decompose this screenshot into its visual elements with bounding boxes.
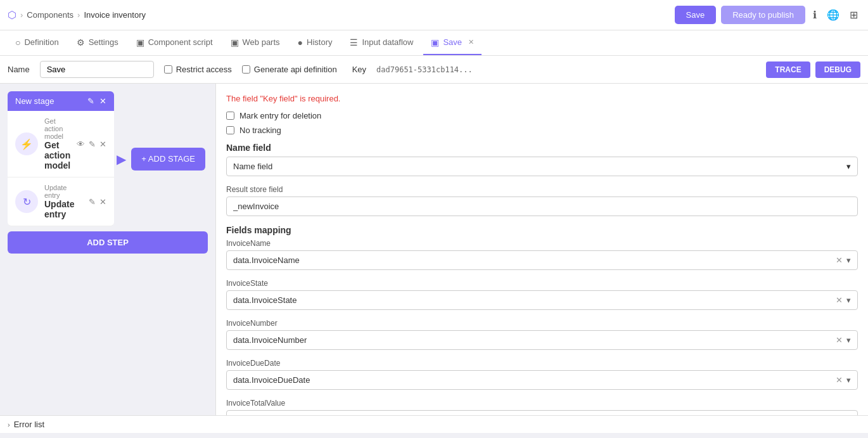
- fields-mapping-label: Fields mapping: [226, 225, 858, 235]
- tab-input-dataflow-label: Input dataflow: [362, 37, 413, 47]
- mapping-group-invoice-total-value: InvoiceTotalValue data.InvoiceTotalValue…: [226, 399, 858, 415]
- mapping-field-invoice-total-value[interactable]: data.InvoiceTotalValue ✕ ▾: [226, 410, 858, 415]
- step-actions-update-entry: ✎ ✕: [89, 197, 106, 207]
- tab-settings[interactable]: ⚙ Settings: [69, 30, 126, 55]
- stage-header-actions: ✎ ✕: [87, 96, 106, 106]
- tab-history[interactable]: ● History: [290, 30, 340, 55]
- publish-button[interactable]: Ready to publish: [721, 6, 805, 24]
- step-delete-button-0[interactable]: ✕: [99, 139, 106, 149]
- mapping-clear-invoice-name[interactable]: ✕: [836, 255, 843, 265]
- no-tracking-checkbox[interactable]: [226, 126, 234, 134]
- breadcrumb: ⬡ › Components › Invoice inventory: [8, 9, 146, 21]
- tab-history-label: History: [307, 37, 332, 47]
- stage-header: New stage ✎ ✕: [8, 91, 114, 111]
- tab-definition[interactable]: ○ Definition: [8, 30, 67, 55]
- input-dataflow-icon: ☰: [350, 37, 358, 48]
- mark-deletion-row: Mark entry for deletion: [226, 111, 858, 120]
- stage-close-button[interactable]: ✕: [99, 96, 106, 106]
- key-label: Key: [352, 65, 366, 74]
- main-content: New stage ✎ ✕ ⚡ Get action model Get act…: [0, 84, 868, 415]
- mapping-expand-invoice-state[interactable]: ▾: [846, 295, 851, 305]
- settings-icon: ⚙: [77, 37, 85, 48]
- step-edit-button-1[interactable]: ✎: [89, 197, 96, 207]
- result-store-label: Result store field: [226, 185, 858, 194]
- result-store-input[interactable]: [226, 196, 858, 216]
- mapping-group-invoice-name: InvoiceName data.InvoiceName ✕ ▾: [226, 239, 858, 270]
- tab-component-script[interactable]: ▣ Component script: [129, 30, 220, 55]
- step-edit-button-0[interactable]: ✎: [89, 139, 96, 149]
- arrow-right-icon: ▶: [117, 151, 126, 167]
- generate-api-label: Generate api definition: [254, 65, 337, 74]
- step-subtitle-get-action: Get action model: [44, 117, 70, 140]
- breadcrumb-components[interactable]: Components: [27, 10, 73, 20]
- error-list-chevron: ›: [8, 421, 10, 428]
- name-field-select[interactable]: Name field ▾: [226, 157, 858, 176]
- error-list-label: Error list: [14, 420, 44, 429]
- mapping-field-invoice-name[interactable]: data.InvoiceName ✕ ▾: [226, 250, 858, 270]
- debug-button[interactable]: DEBUG: [815, 61, 860, 78]
- save-button[interactable]: Save: [675, 6, 717, 24]
- stage-container: New stage ✎ ✕ ⚡ Get action model Get act…: [8, 91, 208, 254]
- breadcrumb-separator: ›: [20, 10, 23, 20]
- add-stage-button[interactable]: + ADD STAGE: [131, 148, 205, 171]
- mapping-actions-invoice-state: ✕ ▾: [836, 295, 851, 305]
- restrict-access-checkbox[interactable]: [164, 65, 172, 74]
- mapping-field-invoice-state[interactable]: data.InvoiceState ✕ ▾: [226, 290, 858, 310]
- mapping-clear-invoice-state[interactable]: ✕: [836, 295, 843, 305]
- mapping-label-invoice-name: InvoiceName: [226, 239, 858, 248]
- step-delete-button-1[interactable]: ✕: [99, 197, 106, 207]
- top-bar: ⬡ › Components › Invoice inventory Save …: [0, 0, 868, 30]
- tab-save-close[interactable]: ✕: [468, 38, 474, 46]
- tab-web-parts[interactable]: ▣ Web parts: [223, 30, 288, 55]
- no-tracking-label: No tracking: [239, 126, 281, 135]
- right-panel: The field "Key field" is required. Mark …: [215, 84, 868, 415]
- tab-web-parts-label: Web parts: [243, 37, 280, 47]
- definition-icon: ○: [15, 37, 20, 48]
- step-title-update-entry: Update entry: [44, 199, 82, 219]
- mark-deletion-checkbox[interactable]: [226, 112, 234, 120]
- step-info-update-entry: Update entry Update entry: [44, 184, 82, 219]
- step-actions-get-action: 👁 ✎ ✕: [77, 139, 106, 149]
- mapping-group-invoice-due-date: InvoiceDueDate data.InvoiceDueDate ✕ ▾: [226, 359, 858, 390]
- step-update-entry: ↻ Update entry Update entry ✎ ✕: [8, 177, 114, 226]
- home-icon[interactable]: ⬡: [8, 9, 16, 21]
- tab-component-script-label: Component script: [148, 37, 213, 47]
- name-input[interactable]: [40, 61, 154, 78]
- add-step-button[interactable]: ADD STEP: [8, 231, 208, 254]
- info-button[interactable]: ℹ: [810, 6, 819, 23]
- step-icon-get-action: ⚡: [15, 132, 38, 155]
- globe-button[interactable]: 🌐: [824, 6, 842, 23]
- stage-edit-button[interactable]: ✎: [87, 96, 94, 106]
- bottom-bar[interactable]: › Error list: [0, 415, 868, 433]
- stage-steps: New stage ✎ ✕ ⚡ Get action model Get act…: [8, 91, 114, 226]
- expand-button[interactable]: ⊞: [847, 6, 860, 23]
- step-view-button-0[interactable]: 👁: [77, 139, 85, 149]
- mapping-actions-invoice-name: ✕ ▾: [836, 255, 851, 265]
- mapping-actions-invoice-due-date: ✕ ▾: [836, 375, 851, 385]
- trace-button[interactable]: TRACE: [766, 61, 810, 78]
- mapping-clear-invoice-number[interactable]: ✕: [836, 335, 843, 345]
- name-label: Name: [8, 65, 30, 74]
- mapping-fields: InvoiceName data.InvoiceName ✕ ▾ Invoice…: [226, 239, 858, 415]
- mapping-expand-invoice-name[interactable]: ▾: [846, 255, 851, 265]
- tab-save[interactable]: ▣ Save ✕: [423, 30, 482, 55]
- mapping-expand-invoice-number[interactable]: ▾: [846, 335, 851, 345]
- restrict-access-label: Restrict access: [176, 65, 232, 74]
- mapping-expand-invoice-due-date[interactable]: ▾: [846, 375, 851, 385]
- save-tab-icon: ▣: [431, 37, 439, 48]
- mapping-label-invoice-total-value: InvoiceTotalValue: [226, 399, 858, 408]
- mapping-value-invoice-state: data.InvoiceState: [233, 295, 297, 305]
- mapping-field-invoice-due-date[interactable]: data.InvoiceDueDate ✕ ▾: [226, 370, 858, 390]
- tab-input-dataflow[interactable]: ☰ Input dataflow: [342, 30, 421, 55]
- generate-api-checkbox[interactable]: [242, 65, 250, 74]
- step-title-get-action: Get action model: [44, 140, 70, 171]
- mapping-group-invoice-state: InvoiceState data.InvoiceState ✕ ▾: [226, 279, 858, 310]
- mapping-value-invoice-name: data.InvoiceName: [233, 255, 300, 265]
- mapping-field-invoice-number[interactable]: data.InvoiceNumber ✕ ▾: [226, 330, 858, 350]
- step-info-get-action: Get action model Get action model: [44, 117, 70, 171]
- top-bar-actions: Save Ready to publish ℹ 🌐 ⊞: [675, 6, 860, 24]
- mapping-clear-invoice-due-date[interactable]: ✕: [836, 375, 843, 385]
- tab-settings-label: Settings: [89, 37, 118, 47]
- name-field-group: Name field ▾: [226, 157, 858, 176]
- restrict-access-group: Restrict access: [164, 65, 232, 74]
